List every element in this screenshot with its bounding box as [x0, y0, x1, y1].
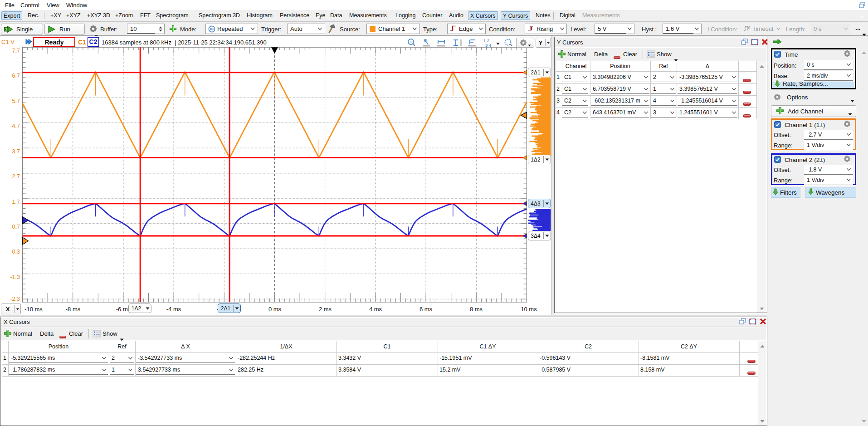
svg-text:1: 1 — [5, 27, 7, 31]
svg-text:1: 1 — [410, 40, 412, 44]
svg-text:3 4: 3 4 — [485, 43, 492, 47]
